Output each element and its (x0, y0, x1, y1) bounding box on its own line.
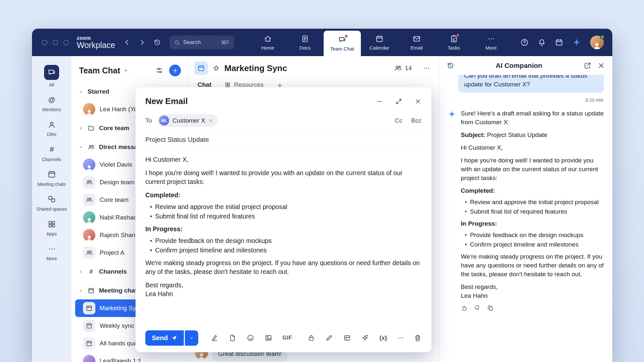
search-shortcut: ⌘F (221, 39, 230, 46)
nav-item-more[interactable]: More (473, 29, 510, 56)
send-options-button[interactable] (185, 330, 198, 346)
thumbs-up-icon[interactable] (461, 305, 468, 311)
nav-item-docs[interactable]: Docs (286, 29, 324, 56)
to-field[interactable]: To ML Customer X Cc Bcc (136, 111, 431, 131)
window-close-button[interactable] (42, 40, 47, 45)
nav-item-tasks[interactable]: Tasks (435, 29, 473, 56)
sidebar-item-lea-rajesh-1-1[interactable]: Lea/Rajesh 1:1 (75, 352, 183, 362)
layout-icon[interactable] (343, 334, 351, 342)
nav-label: Email (411, 45, 423, 50)
chevron-down-icon[interactable] (78, 145, 83, 150)
sidebar-title[interactable]: Team Chat (79, 66, 120, 75)
chevron-right-icon[interactable] (78, 126, 83, 131)
signature-icon[interactable] (211, 334, 218, 342)
members-icon[interactable] (394, 64, 402, 72)
ai-signoff: Best regards,Lea Hahn (461, 282, 604, 300)
star-icon[interactable] (212, 64, 220, 72)
emoji-icon[interactable] (247, 334, 254, 342)
file-icon[interactable] (229, 334, 236, 342)
back-icon[interactable] (123, 38, 131, 46)
nav-label: Docs (299, 45, 311, 50)
minimize-icon[interactable] (376, 98, 383, 105)
filter-icon[interactable] (155, 67, 163, 74)
braces-button[interactable]: {x} (379, 335, 387, 341)
calendar-icon[interactable] (555, 38, 563, 47)
cc-button[interactable]: Cc (395, 117, 402, 124)
rail-item-more[interactable]: More (32, 240, 71, 265)
group-avatar (83, 176, 95, 189)
history-icon[interactable] (446, 62, 454, 69)
avatar (83, 158, 95, 171)
label: Design team (100, 179, 135, 186)
nav-item-email[interactable]: Email (398, 29, 435, 56)
window-minimize-button[interactable] (53, 40, 58, 45)
rail-label: Apps (46, 231, 57, 237)
chat-icon (44, 65, 59, 80)
thumbs-down-icon[interactable] (474, 305, 481, 311)
ai-response-row: Sure! Here's a draft email asking for a … (448, 109, 604, 311)
pencil-icon[interactable] (325, 334, 333, 342)
close-icon[interactable] (414, 98, 422, 105)
ai-companion-icon[interactable] (572, 38, 581, 47)
notifications-icon[interactable] (538, 38, 546, 47)
ai-feedback-actions (461, 305, 604, 311)
ai-panel-header: AI Companion (439, 56, 612, 75)
app-rail: All@MentionsDMs#ChannelsMeeting chatsSha… (32, 56, 71, 362)
nav-label: Team Chat (330, 46, 354, 51)
ai-sparkle-icon[interactable] (361, 334, 369, 342)
nav-item-home[interactable]: Home (249, 29, 286, 56)
topbar-actions (520, 36, 604, 49)
search-input[interactable]: Search ⌘F (169, 36, 234, 49)
remove-recipient-icon[interactable] (208, 118, 213, 123)
image-icon[interactable] (265, 334, 272, 342)
rail-item-apps[interactable]: Apps (32, 216, 71, 240)
window-zoom-button[interactable] (63, 40, 69, 45)
history-icon[interactable] (153, 38, 161, 46)
svg-text:#: # (89, 268, 93, 275)
rail-label: All (49, 82, 54, 88)
copy-icon[interactable] (487, 305, 494, 311)
chevron-right-icon[interactable] (78, 269, 83, 274)
rail-item-channels[interactable]: #Channels (32, 141, 71, 166)
expand-icon[interactable] (395, 98, 402, 105)
member-count[interactable]: 14 (405, 65, 412, 72)
primary-nav: HomeDocsTeam ChatCalendarEmailTasksMore (249, 29, 510, 56)
close-icon[interactable] (597, 62, 605, 69)
rail-label: DMs (47, 131, 56, 137)
nav-label: Home (261, 45, 274, 50)
lock-icon[interactable] (307, 334, 315, 342)
send-button[interactable]: Send (145, 330, 184, 346)
meeting-avatar (83, 337, 95, 350)
email-completed-list: Review and approve the initial project p… (145, 203, 422, 221)
subject-field[interactable]: Project Status Update (136, 131, 431, 148)
chevron-down-icon[interactable] (123, 68, 129, 73)
chevron-down-icon[interactable] (78, 89, 83, 94)
popout-icon[interactable] (584, 62, 591, 69)
rail-item-mentions[interactable]: @Mentions (32, 91, 71, 116)
zoom-logo-text: zoom (77, 35, 115, 41)
new-email-modal: New Email To ML Customer X Cc Bcc (136, 87, 431, 352)
more-options-icon[interactable] (423, 64, 430, 72)
rail-item-all[interactable]: All (32, 61, 71, 91)
bcc-button[interactable]: Bcc (411, 117, 422, 124)
email-body-editor[interactable]: Hi Customer X, I hope you're doing well!… (136, 149, 431, 324)
email-completed-heading: Completed: (145, 191, 422, 200)
rail-item-meeting-chats[interactable]: Meeting chats (32, 166, 71, 191)
user-avatar[interactable] (590, 36, 604, 49)
label: Lea/Rajesh 1:1 (100, 357, 141, 362)
chevron-down-icon[interactable] (78, 288, 83, 293)
email-closing: We're making steady progress on the proj… (145, 259, 422, 276)
gif-button[interactable]: GIF (282, 335, 292, 341)
help-icon[interactable] (520, 38, 529, 47)
recipient-chip[interactable]: ML Customer X (157, 114, 217, 127)
more-icon[interactable] (397, 334, 405, 342)
modal-header: New Email (136, 87, 431, 111)
more-icon (487, 35, 495, 43)
nav-item-team-chat[interactable]: Team Chat (324, 31, 361, 56)
rail-item-shared-spaces[interactable]: Shared spaces (32, 191, 71, 216)
rail-item-dms[interactable]: DMs (32, 116, 71, 141)
nav-item-calendar[interactable]: Calendar (361, 29, 398, 56)
forward-icon[interactable] (138, 38, 146, 46)
new-chat-button[interactable] (169, 65, 181, 76)
trash-icon[interactable] (414, 334, 422, 342)
